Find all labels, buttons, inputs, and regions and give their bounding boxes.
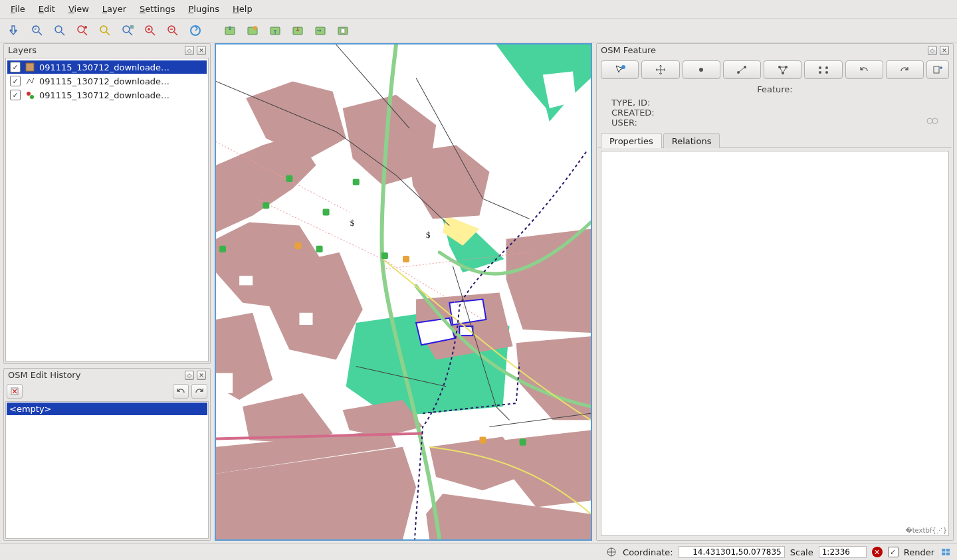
- undo-button[interactable]: [173, 384, 189, 399]
- crs-icon[interactable]: [605, 546, 617, 558]
- restore-icon[interactable]: ◇: [185, 371, 194, 380]
- history-item-empty[interactable]: <empty>: [7, 403, 207, 415]
- pan-tool[interactable]: [5, 21, 24, 40]
- menu-settings[interactable]: Settings: [133, 1, 181, 17]
- osm-upload-tool[interactable]: [288, 21, 307, 40]
- osm-save-tool[interactable]: [334, 21, 352, 40]
- svg-point-21: [30, 95, 34, 99]
- svg-marker-30: [409, 145, 489, 219]
- svg-rect-52: [263, 202, 269, 209]
- svg-point-75: [932, 118, 938, 124]
- close-icon[interactable]: ✕: [197, 371, 206, 380]
- restore-icon[interactable]: ◇: [928, 46, 937, 55]
- layer-label: 091115_130712_downloade…: [39, 90, 169, 100]
- left-column: Layers ◇ ✕ ✓ 091115_130712_downloade… ✓ …: [3, 43, 211, 541]
- svg-point-74: [927, 118, 932, 124]
- osm-feature-header[interactable]: OSM Feature ◇ ✕: [597, 44, 953, 56]
- svg-rect-47: [216, 373, 233, 393]
- refresh-tool[interactable]: [186, 21, 205, 40]
- create-line-button[interactable]: [723, 60, 761, 79]
- scale-input[interactable]: [819, 546, 867, 558]
- svg-point-13: [253, 26, 257, 30]
- svg-point-3: [78, 26, 84, 33]
- edit-history-list: <empty>: [5, 401, 209, 539]
- feature-redo-button[interactable]: [886, 60, 924, 79]
- zoom-selection-tool[interactable]: [73, 21, 92, 40]
- svg-rect-55: [353, 179, 360, 185]
- feature-undo-button[interactable]: [845, 60, 883, 79]
- layer-row[interactable]: ✓ 091115_130712_downloade…: [7, 88, 207, 102]
- svg-marker-39: [506, 229, 591, 333]
- restore-icon[interactable]: ◇: [185, 46, 194, 55]
- coordinate-label: Coordinate:: [623, 547, 673, 557]
- map-canvas[interactable]: $ $: [215, 43, 592, 541]
- tab-relations[interactable]: Relations: [663, 133, 720, 148]
- feature-created-label: CREATED:: [611, 108, 926, 118]
- osm-import-tool[interactable]: [311, 21, 330, 40]
- create-polygon-button[interactable]: [764, 60, 801, 79]
- edit-history-header[interactable]: OSM Edit History ◇ ✕: [4, 369, 210, 381]
- zoom-full-tool[interactable]: [96, 21, 114, 40]
- svg-rect-46: [299, 313, 312, 325]
- menu-plugins[interactable]: Plugins: [181, 1, 226, 17]
- map-marker-dollar: $: [426, 230, 431, 240]
- svg-point-63: [699, 68, 703, 72]
- menu-layer[interactable]: Layer: [96, 1, 133, 17]
- menu-view[interactable]: View: [62, 1, 96, 17]
- main-toolbar: [0, 19, 957, 43]
- menu-edit[interactable]: Edit: [32, 1, 62, 17]
- layer-checkbox[interactable]: ✓: [10, 76, 21, 86]
- close-icon[interactable]: ✕: [197, 46, 206, 55]
- point-layer-icon: [25, 90, 35, 100]
- svg-marker-32: [269, 252, 362, 360]
- create-point-button[interactable]: [683, 60, 720, 79]
- svg-rect-54: [323, 209, 330, 215]
- edit-history-title: OSM Edit History: [8, 370, 182, 380]
- identify-button[interactable]: [601, 60, 639, 79]
- svg-rect-19: [26, 63, 34, 71]
- layers-list: ✓ 091115_130712_downloade… ✓ 091115_1307…: [5, 58, 209, 362]
- line-layer-icon: [25, 76, 35, 86]
- projection-icon[interactable]: [940, 546, 952, 558]
- create-relation-button[interactable]: [804, 60, 842, 79]
- layers-panel-title: Layers: [8, 45, 182, 55]
- layer-checkbox[interactable]: ✓: [10, 62, 21, 72]
- feature-remove-button[interactable]: [926, 60, 949, 79]
- svg-rect-59: [294, 242, 301, 249]
- feature-type-id-label: TYPE, ID:: [611, 98, 926, 108]
- layers-panel-header[interactable]: Layers ◇ ✕: [4, 44, 210, 56]
- svg-rect-7: [130, 25, 134, 29]
- zoom-area-tool[interactable]: [28, 21, 47, 40]
- layer-row[interactable]: ✓ 091115_130712_downloade…: [7, 74, 207, 88]
- feature-toolbar: [598, 58, 952, 82]
- osm-feature-panel: OSM Feature ◇ ✕ Feature:: [596, 43, 954, 541]
- move-button[interactable]: [641, 60, 679, 79]
- resize-grip-icon[interactable]: �textbf{⋰}: [905, 527, 947, 534]
- zoom-in-tool[interactable]: [141, 21, 160, 40]
- tab-properties[interactable]: Properties: [601, 133, 662, 148]
- menu-file[interactable]: File: [4, 1, 32, 17]
- osm-download-tool[interactable]: [266, 21, 284, 40]
- stop-render-icon[interactable]: ✕: [872, 547, 883, 557]
- close-icon[interactable]: ✕: [940, 46, 949, 55]
- svg-rect-53: [219, 246, 226, 252]
- layer-label: 091115_130712_downloade…: [39, 62, 169, 72]
- clear-history-button[interactable]: [7, 384, 23, 399]
- osm-load-tool[interactable]: [221, 21, 239, 40]
- redo-button[interactable]: [191, 384, 207, 399]
- zoom-tool[interactable]: [51, 21, 69, 40]
- feature-info: TYPE, ID: CREATED: USER:: [598, 97, 952, 131]
- layer-row[interactable]: ✓ 091115_130712_downloade…: [7, 60, 207, 74]
- svg-rect-45: [239, 276, 253, 285]
- menubar: File Edit View Layer Settings Plugins He…: [0, 0, 957, 19]
- layer-checkbox[interactable]: ✓: [10, 90, 21, 100]
- svg-rect-58: [520, 439, 526, 446]
- render-checkbox[interactable]: ✓: [888, 547, 899, 557]
- coordinate-input[interactable]: [679, 546, 785, 558]
- feature-tabs: Properties Relations: [598, 132, 952, 148]
- user-link-icon[interactable]: [926, 116, 938, 128]
- zoom-out-tool[interactable]: [163, 21, 182, 40]
- zoom-layer-tool[interactable]: [118, 21, 137, 40]
- menu-help[interactable]: Help: [226, 1, 259, 17]
- osm-feature-tool[interactable]: [243, 21, 262, 40]
